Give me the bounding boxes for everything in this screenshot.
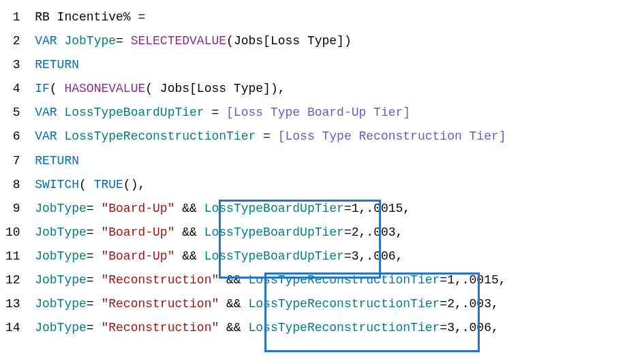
code-token [27,297,35,311]
code-token: VAR [35,129,57,143]
code-token: JobType [35,202,87,215]
code-token: ( Jobs[Loss Type]), [145,82,285,95]
code-token: LossTypeReconstructionTier [64,129,256,143]
code-token: LossTypeBoardUpTier [204,225,344,239]
code-token [27,249,35,263]
code-token: "Board-Up" [101,249,174,263]
code-token: VAR [35,106,57,119]
code-token: RETURN [35,154,79,168]
code-token: LossTypeReconstructionTier [248,273,440,287]
code-token: (Jobs[Loss Type]) [226,34,352,48]
code-token: = [87,202,102,215]
code-token: RB Incentive% = [35,10,145,24]
code-token: "Reconstruction" [101,273,219,287]
code-token: && [219,321,248,334]
line-number: 7 [5,149,20,173]
code-token: ( [79,178,94,191]
code-token: LossTypeBoardUpTier [204,249,344,263]
code-token: "Reconstruction" [101,321,219,334]
code-token: && [219,273,248,287]
code-line[interactable]: 4 IF( HASONEVALUE( Jobs[Loss Type]), [5,77,639,101]
code-line[interactable]: 1 RB Incentive% = [5,5,639,29]
code-token: = [87,249,102,263]
code-token: = [116,34,131,48]
code-token: LossTypeBoardUpTier [204,202,344,215]
code-token: = [204,106,226,119]
code-token: LossTypeReconstructionTier [248,321,440,334]
code-token: =2,.003, [344,225,403,239]
code-token: JobType [35,321,87,334]
code-token: JobType [35,297,87,311]
code-line[interactable]: 14 JobType= "Reconstruction" && LossType… [5,316,639,340]
code-token: && [174,225,204,239]
code-token: && [174,202,204,215]
code-line[interactable]: 13 JobType= "Reconstruction" && LossType… [5,292,639,316]
code-token [27,10,35,24]
code-token: "Reconstruction" [101,297,219,311]
line-number: 3 [5,53,20,77]
code-token: [Loss Type Board-Up Tier] [226,106,410,119]
code-token: JobType [35,273,87,287]
code-token [27,82,35,95]
code-token: "Board-Up" [101,202,174,215]
code-token [27,202,35,215]
code-token: =3,.006, [440,321,498,334]
code-token [27,225,35,239]
code-line[interactable]: 10 JobType= "Board-Up" && LossTypeBoardU… [5,221,639,245]
line-number: 9 [5,197,20,221]
code-line[interactable]: 7 RETURN [5,149,639,173]
dax-formula-editor[interactable]: 1 RB Incentive% =2 VAR JobType= SELECTED… [5,5,639,340]
line-number: 2 [5,29,20,53]
code-token: "Board-Up" [101,225,174,239]
code-line[interactable]: 2 VAR JobType= SELECTEDVALUE(Jobs[Loss T… [5,29,639,53]
line-number: 6 [5,125,20,149]
line-number: 13 [5,292,20,316]
code-token: && [219,297,248,311]
code-token: = [256,129,277,143]
code-token: TRUE [94,178,123,191]
code-line[interactable]: 3 RETURN [5,53,639,77]
code-line[interactable]: 11 JobType= "Board-Up" && LossTypeBoardU… [5,245,639,268]
code-token: && [174,249,204,263]
line-number: 14 [5,316,20,340]
code-token: (), [123,178,145,191]
code-token: IF [35,82,50,95]
line-number: 11 [5,245,20,268]
code-token [27,129,35,143]
code-token: = [87,225,102,239]
code-token: SWITCH [35,178,79,191]
line-number: 4 [5,77,20,101]
code-line[interactable]: 8 SWITCH( TRUE(), [5,173,639,197]
code-token: SELECTEDVALUE [131,34,226,48]
code-token [27,106,35,119]
code-token: JobType [64,34,116,48]
code-token [57,106,65,119]
code-token: VAR [35,34,57,48]
code-token: =1,.0015, [344,202,410,215]
code-token: = [87,297,102,311]
code-token [27,321,35,334]
code-token [27,154,35,168]
code-token: LossTypeBoardUpTier [64,106,204,119]
code-token [27,34,35,48]
code-line[interactable]: 6 VAR LossTypeReconstructionTier = [Loss… [5,125,639,149]
code-token: HASONEVALUE [64,82,145,95]
line-number: 10 [5,221,20,245]
code-token: [Loss Type Reconstruction Tier] [278,129,506,143]
code-token: =1,.0015, [440,273,506,287]
code-token: = [87,321,102,334]
code-line[interactable]: 12 JobType= "Reconstruction" && LossType… [5,268,639,292]
code-line[interactable]: 5 VAR LossTypeBoardUpTier = [Loss Type B… [5,101,639,125]
code-token: RETURN [35,58,79,72]
code-token: =3,.006, [344,249,403,263]
code-line[interactable]: 9 JobType= "Board-Up" && LossTypeBoardUp… [5,197,639,221]
code-token [27,178,35,191]
code-token: JobType [35,249,87,263]
code-token: LossTypeReconstructionTier [248,297,440,311]
line-number: 8 [5,173,20,197]
code-token: =2,.003, [440,297,498,311]
code-token [27,273,35,287]
line-number: 1 [5,5,20,29]
line-number: 12 [5,268,20,292]
line-number: 5 [5,101,20,125]
